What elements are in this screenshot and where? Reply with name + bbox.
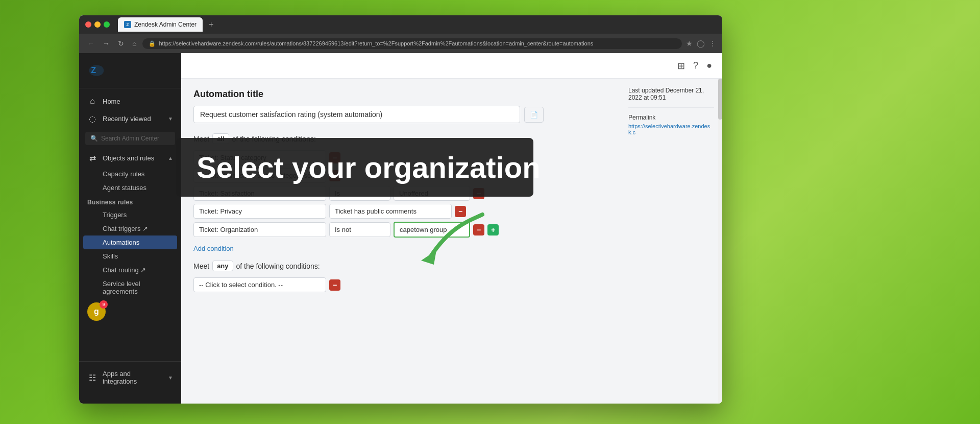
- apps-label: Apps and: [103, 370, 137, 378]
- business-rules-label: Business rules: [87, 199, 133, 206]
- address-icons: ★ ◯ ⋮: [686, 39, 716, 48]
- secure-icon: 🔒: [149, 40, 156, 47]
- last-updated-label: Last updated December 21, 2022 at 09:51: [628, 87, 714, 101]
- chat-routing-label: Chat routing ↗: [103, 266, 146, 274]
- address-bar: ← → ↻ ⌂ 🔒 https://selectivehardware.zend…: [79, 34, 722, 53]
- objects-icon: ⇄: [87, 153, 97, 163]
- chat-triggers-label: Chat triggers ↗: [103, 225, 148, 232]
- svg-marker-1: [421, 250, 436, 265]
- sidebar-item-capacity-rules[interactable]: Capacity rules: [79, 167, 181, 181]
- url-text: https://selectivehardware.zendesk.com/ru…: [159, 40, 593, 46]
- meet-any-row: Meet any of the following conditions:: [193, 261, 610, 271]
- condition-row-empty: -- Click to select condition. -- −: [193, 277, 610, 292]
- objects-rules-label: Objects and rules: [103, 154, 154, 162]
- permalink-url[interactable]: https://selectivehardware.zendesk.c: [628, 123, 714, 135]
- home-label: Home: [103, 98, 120, 105]
- url-bar[interactable]: 🔒 https://selectivehardware.zendesk.com/…: [142, 38, 682, 49]
- sidebar-item-recently-viewed[interactable]: ◌ Recently viewed ▼: [79, 110, 181, 128]
- empty-condition-select[interactable]: -- Click to select condition. --: [193, 277, 326, 292]
- scroll-thumb[interactable]: [718, 79, 722, 120]
- sidebar-item-chat-triggers[interactable]: Chat triggers ↗: [79, 222, 181, 235]
- home-icon: ⌂: [87, 97, 97, 106]
- chevron-up-icon: ▲: [168, 155, 173, 161]
- meet-any-suffix: of the following conditions:: [236, 262, 320, 270]
- grid-icon[interactable]: ⊞: [677, 60, 685, 72]
- condition-op-5[interactable]: Is not: [329, 222, 390, 237]
- minimize-button[interactable]: [94, 21, 101, 28]
- skills-label: Skills: [103, 252, 118, 260]
- close-button[interactable]: [85, 21, 91, 28]
- maximize-button[interactable]: [104, 21, 110, 28]
- overlay-text: Select your organization: [197, 150, 513, 184]
- sidebar-item-service-level[interactable]: Service level agreements: [79, 277, 181, 298]
- title-bar: Z Zendesk Admin Center +: [79, 15, 722, 34]
- capacity-rules-label: Capacity rules: [103, 170, 144, 178]
- user-avatar[interactable]: g 9: [87, 302, 106, 321]
- permalink-label: Permalink: [628, 114, 714, 121]
- recently-viewed-label: Recently viewed: [103, 115, 151, 123]
- browser-window: Z Zendesk Admin Center + ← → ↻ ⌂ 🔒 https…: [79, 15, 722, 404]
- triggers-label: Triggers: [103, 211, 127, 219]
- zendesk-logo: Z: [87, 61, 106, 80]
- add-condition-link[interactable]: Add condition: [193, 245, 234, 252]
- apps-chevron-down-icon: ▼: [168, 375, 173, 381]
- sidebar-nav: ⌂ Home ◌ Recently viewed ▼ 🔍 Search Admi…: [79, 88, 181, 361]
- meet-any-label: Meet: [193, 262, 209, 270]
- sidebar-item-skills[interactable]: Skills: [79, 249, 181, 263]
- sidebar-item-automations[interactable]: Automations: [83, 235, 177, 249]
- apps-icon: ☷: [87, 373, 97, 383]
- sidebar: Z ⌂ Home ◌ Recently viewed ▼: [79, 53, 181, 404]
- bookmark-icon[interactable]: ★: [686, 39, 693, 48]
- search-placeholder: Search Admin Center: [101, 135, 159, 142]
- sidebar-item-chat-routing[interactable]: Chat routing ↗: [79, 263, 181, 277]
- extensions-icon[interactable]: ◯: [697, 39, 705, 48]
- sidebar-logo: Z: [79, 53, 181, 88]
- sidebar-item-agent-statuses[interactable]: Agent statuses: [79, 181, 181, 195]
- automation-title-input[interactable]: [193, 106, 520, 123]
- sidebar-item-triggers[interactable]: Triggers: [79, 208, 181, 222]
- content-topbar: ⊞ ? ●: [181, 53, 722, 79]
- scroll-indicator: [718, 79, 722, 404]
- search-box[interactable]: 🔍 Search Admin Center: [85, 132, 175, 145]
- help-icon[interactable]: ?: [693, 60, 698, 71]
- integrations-label: integrations: [103, 378, 137, 385]
- home-button[interactable]: ⌂: [130, 38, 138, 49]
- meta-panel: Last updated December 21, 2022 at 09:51 …: [620, 79, 722, 144]
- main-layout: Z ⌂ Home ◌ Recently viewed ▼: [79, 53, 722, 404]
- business-rules-section: Business rules: [79, 195, 181, 208]
- notification-badge: 9: [100, 300, 108, 309]
- apps-integrations-section: ☷ Apps and integrations ▼: [79, 361, 181, 393]
- reload-button[interactable]: ↻: [116, 38, 126, 49]
- sidebar-item-home[interactable]: ⌂ Home: [79, 92, 181, 110]
- svg-text:Z: Z: [91, 65, 96, 75]
- green-arrow-annotation: [411, 209, 493, 273]
- title-input-row: 📄: [193, 106, 610, 123]
- sidebar-item-objects-rules[interactable]: ⇄ Objects and rules ▲: [79, 149, 181, 167]
- agent-statuses-label: Agent statuses: [103, 184, 146, 192]
- condition-field-5[interactable]: Ticket: Organization: [193, 222, 326, 237]
- active-tab[interactable]: Z Zendesk Admin Center: [118, 17, 203, 32]
- tab-title: Zendesk Admin Center: [134, 21, 197, 28]
- traffic-lights: [85, 21, 110, 28]
- user-profile-icon[interactable]: ●: [706, 60, 712, 71]
- service-level-label: Service level agreements: [103, 280, 140, 295]
- tab-bar: Z Zendesk Admin Center +: [118, 17, 716, 32]
- search-icon: 🔍: [90, 135, 98, 142]
- tab-favicon: Z: [124, 21, 131, 28]
- forward-button[interactable]: →: [101, 38, 112, 49]
- condition-field-4[interactable]: Ticket: Privacy: [193, 204, 326, 219]
- menu-icon[interactable]: ⋮: [709, 39, 716, 48]
- chevron-down-icon: ▼: [168, 116, 173, 122]
- meet-any-qualifier-badge: any: [212, 261, 233, 271]
- automation-title-heading: Automation title: [193, 89, 610, 100]
- back-button[interactable]: ←: [85, 38, 96, 49]
- title-action-button[interactable]: 📄: [524, 107, 544, 123]
- automations-label: Automations: [103, 239, 139, 246]
- new-tab-button[interactable]: +: [205, 18, 217, 31]
- remove-empty-condition[interactable]: −: [329, 279, 340, 291]
- overlay-banner: Select your organization: [176, 138, 533, 197]
- clock-icon: ◌: [87, 114, 97, 124]
- condition-row-4: Ticket: Privacy Ticket has public commen…: [193, 204, 610, 219]
- sidebar-item-apps[interactable]: ☷ Apps and integrations ▼: [79, 366, 181, 389]
- condition-row-5: Ticket: Organization Is not capetown gro…: [193, 222, 610, 238]
